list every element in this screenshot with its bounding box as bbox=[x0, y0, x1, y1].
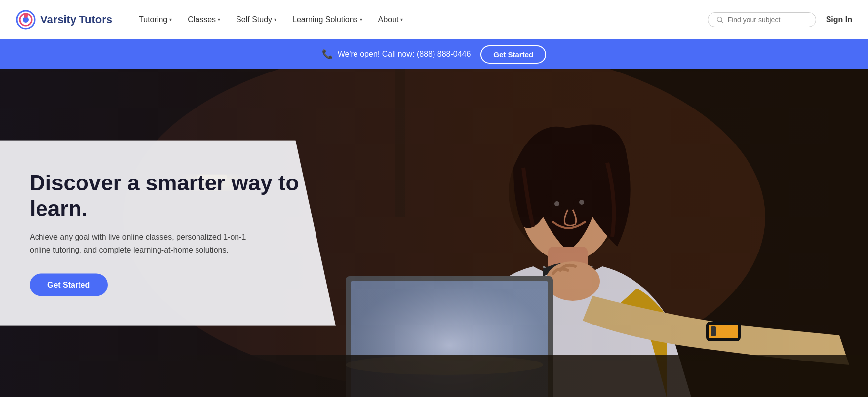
hero-get-started-button[interactable]: Get Started bbox=[30, 274, 108, 296]
nav-right: Sign In bbox=[708, 12, 852, 27]
logo[interactable]: Varsity Tutors bbox=[16, 10, 112, 30]
signin-button[interactable]: Sign In bbox=[826, 15, 852, 24]
nav-item-tutoring[interactable]: Tutoring ▾ bbox=[132, 11, 179, 28]
nav-item-selfstudy[interactable]: Self Study ▾ bbox=[229, 11, 283, 28]
announcement-get-started-button[interactable]: Get Started bbox=[480, 45, 546, 64]
logo-text: Varsity Tutors bbox=[40, 13, 112, 26]
svg-line-5 bbox=[721, 21, 723, 23]
hero-subtitle: Achieve any goal with live online classe… bbox=[30, 231, 267, 256]
hero-section: Discover a smarter way to learn. Achieve… bbox=[0, 69, 868, 397]
nav-item-classes[interactable]: Classes ▾ bbox=[181, 11, 227, 28]
announcement-bar: 📞 We're open! Call now: (888) 888-0446 G… bbox=[0, 39, 868, 69]
hero-content: Discover a smarter way to learn. Achieve… bbox=[0, 140, 336, 326]
navbar: Varsity Tutors Tutoring ▾ Classes ▾ Self… bbox=[0, 0, 868, 39]
about-chevron-icon: ▾ bbox=[400, 17, 403, 22]
nav-selfstudy-label: Self Study bbox=[236, 15, 272, 24]
tutoring-chevron-icon: ▾ bbox=[169, 17, 172, 22]
hero-title: Discover a smarter way to learn. bbox=[30, 170, 306, 222]
nav-links: Tutoring ▾ Classes ▾ Self Study ▾ Learni… bbox=[132, 11, 708, 28]
svg-point-4 bbox=[717, 17, 721, 21]
nav-tutoring-label: Tutoring bbox=[139, 15, 167, 24]
svg-point-3 bbox=[24, 14, 28, 18]
classes-chevron-icon: ▾ bbox=[218, 17, 220, 22]
selfstudy-chevron-icon: ▾ bbox=[274, 17, 276, 22]
nav-item-learningsolutions[interactable]: Learning Solutions ▾ bbox=[285, 11, 369, 28]
learningsolutions-chevron-icon: ▾ bbox=[360, 17, 362, 22]
nav-classes-label: Classes bbox=[188, 15, 216, 24]
phone-icon: 📞 bbox=[322, 49, 333, 60]
search-box[interactable] bbox=[708, 12, 816, 27]
announcement-message: We're open! Call now: (888) 888-0446 bbox=[338, 50, 471, 59]
announcement-text: 📞 We're open! Call now: (888) 888-0446 bbox=[322, 49, 471, 60]
logo-icon bbox=[16, 10, 36, 30]
search-icon bbox=[716, 16, 724, 24]
search-input[interactable] bbox=[728, 16, 808, 24]
nav-about-label: About bbox=[378, 15, 399, 24]
nav-item-about[interactable]: About ▾ bbox=[371, 11, 410, 28]
nav-learningsolutions-label: Learning Solutions bbox=[292, 15, 358, 24]
hero-card: Discover a smarter way to learn. Achieve… bbox=[0, 140, 336, 326]
